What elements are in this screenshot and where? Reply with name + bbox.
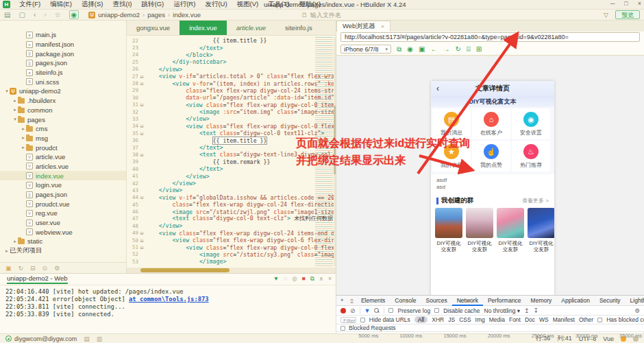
qr-icon[interactable]: ⊞ <box>476 45 482 54</box>
code-line-42[interactable]: 42 </view> <box>127 180 336 187</box>
run-icon[interactable]: ◉ <box>69 10 79 19</box>
fold-icon[interactable]: ⊟ <box>138 152 145 157</box>
disable-cache-checkbox[interactable] <box>434 308 439 313</box>
fold-icon[interactable]: ⊟ <box>138 102 145 107</box>
tree-arrow-icon[interactable]: ▸ <box>21 135 26 141</box>
breadcrumb-file[interactable]: index.vue <box>173 11 201 19</box>
tree-item-package-json[interactable]: []package.json <box>0 49 126 58</box>
hide-data-urls-checkbox[interactable] <box>360 318 365 322</box>
menu-G[interactable]: 跳转(G) <box>136 0 169 9</box>
tree-item-proudct-vue[interactable]: Vproudct.vue <box>0 199 126 209</box>
run-icon[interactable]: ◉ <box>407 45 413 54</box>
tree-arrow-icon[interactable]: ▸ <box>4 248 10 254</box>
grid-item-安全设置[interactable]: ◉安全设置 <box>512 108 550 139</box>
code-line-41[interactable]: 41 </view> <box>127 172 336 179</box>
filter-all-pill[interactable]: All <box>414 316 428 323</box>
code-line-34[interactable]: 34⊟ <view class="flex flex-wrap diygw-co… <box>127 123 336 130</box>
filter-type-font[interactable]: Font <box>509 316 521 323</box>
code-line-47[interactable]: 47 <text class="diygw-col-0 text-clz"> 未… <box>127 215 336 222</box>
code-line-28[interactable]: 28⊟ <view v-for="(item, index) in articl… <box>127 80 336 86</box>
inspect-icon[interactable]: ⌖ <box>340 297 344 304</box>
frame-icon[interactable]: ▣ <box>419 45 425 54</box>
menu-I[interactable]: 查找(I) <box>108 0 136 9</box>
devtools-tab-performance[interactable]: Performance <box>483 296 526 306</box>
tree-item-msg[interactable]: ▸msg <box>0 134 126 143</box>
new-file-icon[interactable]: ▤ <box>4 11 10 19</box>
minimize-button[interactable]: ─ <box>610 0 615 7</box>
stop-icon[interactable]: ■ <box>302 275 306 283</box>
tree-item-pages-json[interactable]: []pages.json <box>0 190 126 200</box>
code-line-50[interactable]: 50⊟ <view class="flex flex-wrap diygw-co… <box>127 237 336 244</box>
tree-arrow-icon[interactable]: ▸ <box>12 239 18 244</box>
editor-tab-article-vue[interactable]: article.vue <box>227 21 275 35</box>
code-line-45[interactable]: 45 class="flex flex-wrap diygw-col-24 fl… <box>127 201 336 208</box>
collapse-icon[interactable]: ⊟ <box>30 265 36 272</box>
group-card[interactable]: DIY可视化交友群 <box>497 208 524 252</box>
open-external-icon[interactable]: ⧉ <box>310 275 314 283</box>
devtools-tab-lighthouse[interactable]: Lighthouse <box>626 296 644 306</box>
filter-type-js[interactable]: JS <box>448 316 455 323</box>
lock-icon[interactable]: ⌸ <box>467 45 471 54</box>
fold-icon[interactable]: ⊟ <box>138 238 145 243</box>
collapse-icon[interactable]: ∧ <box>319 275 323 283</box>
code-line-30[interactable]: 30 data-url="/pages/article" :data-id="i… <box>127 94 336 101</box>
code-line-24[interactable]: 24 </block> <box>127 51 336 58</box>
filter-funnel-icon[interactable]: ▼ <box>364 307 371 314</box>
tree-arrow-icon[interactable]: ▸ <box>21 126 26 132</box>
close-icon[interactable]: × <box>381 23 384 29</box>
filter-icon[interactable]: ▼ <box>273 275 279 283</box>
code-line-25[interactable]: 25 </diy-noticebar> <box>127 58 336 65</box>
export-har-icon[interactable]: ↧ <box>534 307 539 314</box>
grid-item-我的点赞[interactable]: ☝我的点赞 <box>472 141 510 172</box>
refresh-icon[interactable]: ↻ <box>455 45 460 54</box>
clear-icon[interactable]: ⊘ <box>350 307 356 314</box>
tree-arrow-icon[interactable]: ▾ <box>4 88 10 94</box>
code-line-23[interactable]: 23 </text> <box>127 44 336 51</box>
console-link[interactable]: at common\Tools.js:873 <box>129 296 209 303</box>
filter-type-media[interactable]: Media <box>489 316 505 323</box>
throttling-select[interactable]: No throttling ▾ <box>484 307 520 314</box>
breadcrumb-folder[interactable]: pages <box>147 11 165 19</box>
grid-item-热门推荐[interactable]: ♨热门推荐 <box>512 141 550 172</box>
code-line-44[interactable]: 44⊟ <view v-if="globalData.isshow && art… <box>127 194 336 201</box>
tree-item-uniapp-demo2[interactable]: ▾Uuniapp-demo2 <box>0 86 126 96</box>
settings-icon[interactable]: ⚙ <box>54 265 60 272</box>
back-icon[interactable]: ← <box>430 45 437 54</box>
code-line-31[interactable]: 31⊟ <view class="flex flex-wrap diygw-co… <box>127 102 336 108</box>
tree-item-main-js[interactable]: ≡main.js <box>0 30 126 40</box>
menu-F[interactable]: 文件(F) <box>14 0 45 9</box>
tree-item-pages[interactable]: ▾pages <box>0 115 126 124</box>
editor-tab-index-vue[interactable]: index.vue <box>179 21 227 35</box>
layout-icon[interactable]: ▤ <box>84 335 90 342</box>
code-line-29[interactable]: 29 class="flex flex-wrap diygw-col-24 it… <box>127 87 336 94</box>
tree-item-article-vue[interactable]: Varticle.vue <box>0 152 126 162</box>
tree-item-manifest-json[interactable]: omanifest.json <box>0 40 126 49</box>
see-more-link[interactable]: 查看更多 > <box>522 197 549 204</box>
menu-S[interactable]: 选择(S) <box>77 0 108 9</box>
blocked-cookies-checkbox[interactable] <box>597 318 602 322</box>
account-status[interactable]: ● diygwcom@diygw.com <box>5 335 77 342</box>
star-icon[interactable]: ☆ <box>55 11 61 19</box>
menu-E[interactable]: 编辑(E) <box>45 0 77 9</box>
tree-item------[interactable]: ▸已关闭项目 <box>0 246 126 256</box>
tree-item-reg-vue[interactable]: Vreg.vue <box>0 209 126 218</box>
scroll-lock-icon[interactable]: ◎ <box>292 275 297 283</box>
code-line-22[interactable]: 22 {{ item.title }} <box>127 37 336 44</box>
open-window-icon[interactable]: ⧉ <box>397 45 401 54</box>
fold-icon[interactable]: ⊟ <box>138 245 145 250</box>
tree-item--hbuilderx[interactable]: ▸.hbuilderx <box>0 96 126 106</box>
horizontal-scrollbar[interactable] <box>127 268 336 273</box>
fold-icon[interactable]: ⊟ <box>138 123 145 128</box>
fold-icon[interactable]: ⊟ <box>138 74 145 79</box>
url-input[interactable]: http://localhost:5173/#/pages/article?v-… <box>340 32 640 42</box>
editor-tab-siteinfo-js[interactable]: siteinfo.js <box>275 21 322 35</box>
devtools-tab-security[interactable]: Security <box>595 296 626 306</box>
preview-tab[interactable]: Web浏览器 × <box>336 21 391 32</box>
close-button[interactable]: × <box>638 0 641 7</box>
devtools-tab-elements[interactable]: Elements <box>356 296 390 306</box>
code-line-49[interactable]: 49⊟ <view class="flex flex-wrap diygw-co… <box>127 230 336 237</box>
tree-item-cms[interactable]: ▸cms <box>0 124 126 134</box>
menu-R[interactable]: 运行(R) <box>169 0 200 9</box>
locate-icon[interactable]: ⊙ <box>42 265 48 272</box>
fold-icon[interactable]: ⊟ <box>138 195 145 200</box>
